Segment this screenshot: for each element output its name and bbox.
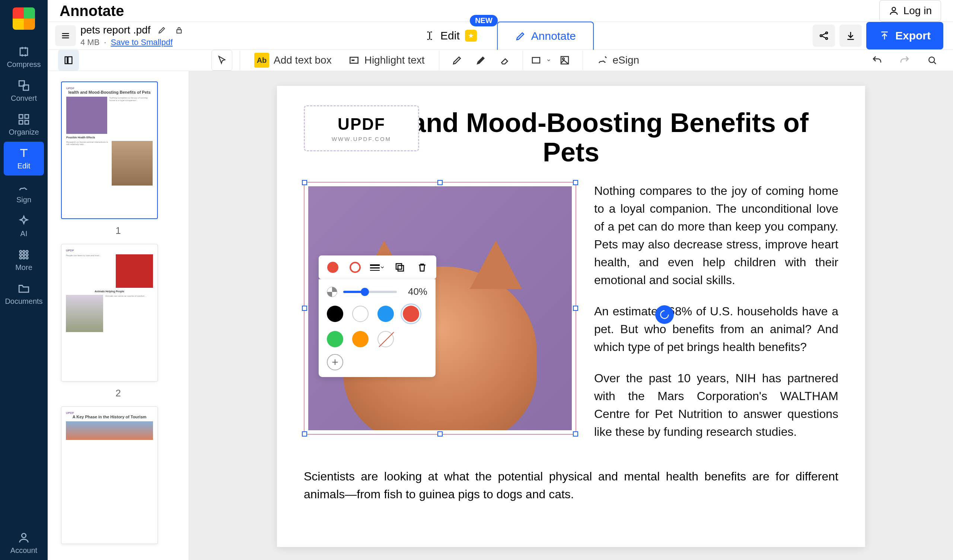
add-color-button[interactable]: + bbox=[327, 354, 343, 370]
thumbnail-page-1[interactable]: UPDF lealth and Mood-Boosting Benefits o… bbox=[61, 82, 158, 219]
svg-rect-18 bbox=[177, 30, 181, 33]
swatch-white[interactable] bbox=[352, 306, 369, 322]
svg-rect-0 bbox=[20, 48, 28, 56]
svg-point-9 bbox=[26, 251, 28, 253]
sparkle-icon bbox=[17, 215, 30, 227]
selected-image[interactable]: 40% + bbox=[304, 182, 576, 435]
mode-tabs: Edit ★ NEW Annotate bbox=[407, 22, 594, 50]
menu-button[interactable] bbox=[55, 25, 76, 46]
pencil-icon bbox=[157, 26, 166, 35]
pencil-icon bbox=[515, 31, 526, 42]
article-paragraph: Over the past 10 years, NIH has partnere… bbox=[594, 369, 838, 441]
esign-tool[interactable]: eSign bbox=[590, 50, 646, 71]
share-icon bbox=[818, 30, 829, 41]
thumbnails-panel: UPDF lealth and Mood-Boosting Benefits o… bbox=[48, 71, 189, 560]
lock-button[interactable] bbox=[174, 25, 185, 36]
svg-point-16 bbox=[22, 534, 26, 538]
resize-handle[interactable] bbox=[573, 306, 578, 311]
resize-handle[interactable] bbox=[573, 432, 578, 436]
nav-account[interactable]: Account bbox=[0, 526, 48, 560]
export-button[interactable]: Export bbox=[866, 22, 943, 50]
resize-handle[interactable] bbox=[438, 432, 442, 436]
thumb-label-2: 2 bbox=[61, 387, 175, 399]
nav-compress[interactable]: Compress bbox=[0, 40, 48, 74]
left-nav: Compress Convert Organize Edit Sign AI M… bbox=[0, 0, 48, 560]
swatch-blue[interactable] bbox=[377, 306, 394, 322]
resize-handle[interactable] bbox=[302, 180, 307, 185]
share-button[interactable] bbox=[813, 25, 835, 47]
swatch-black[interactable] bbox=[327, 306, 343, 322]
resize-handle[interactable] bbox=[302, 306, 307, 311]
image-tool[interactable] bbox=[554, 50, 575, 71]
swatch-orange[interactable] bbox=[352, 331, 369, 347]
svg-rect-5 bbox=[19, 121, 23, 124]
text-badge-icon: Ab bbox=[254, 53, 269, 68]
svg-point-12 bbox=[26, 254, 28, 256]
app-logo[interactable] bbox=[12, 8, 35, 30]
article-paragraph: Nothing compares to the joy of coming ho… bbox=[594, 182, 838, 289]
rename-button[interactable] bbox=[156, 25, 168, 36]
folder-icon bbox=[17, 282, 30, 295]
redo-button[interactable] bbox=[894, 50, 915, 71]
nav-sign[interactable]: Sign bbox=[0, 175, 48, 209]
border-weight-button[interactable] bbox=[370, 260, 385, 275]
upload-icon bbox=[879, 30, 890, 41]
thumbnails-toggle[interactable] bbox=[58, 50, 79, 71]
shape-tool[interactable] bbox=[531, 50, 551, 71]
swatch-green[interactable] bbox=[327, 331, 343, 347]
undo-icon bbox=[871, 55, 883, 66]
eraser-icon bbox=[499, 55, 511, 66]
nav-documents[interactable]: Documents bbox=[0, 277, 48, 311]
download-button[interactable] bbox=[840, 25, 862, 47]
fill-color-button[interactable] bbox=[325, 260, 340, 275]
stroke-color-button[interactable] bbox=[348, 260, 363, 275]
stroke-indicator-icon bbox=[349, 262, 361, 273]
pen-tool[interactable] bbox=[447, 50, 467, 71]
opacity-slider[interactable] bbox=[343, 291, 397, 293]
grid-icon bbox=[17, 248, 30, 261]
undo-button[interactable] bbox=[867, 50, 888, 71]
save-link[interactable]: Save to Smallpdf bbox=[110, 37, 172, 47]
svg-rect-4 bbox=[25, 114, 29, 118]
download-icon bbox=[845, 30, 856, 41]
delete-button[interactable] bbox=[415, 260, 430, 275]
svg-point-17 bbox=[892, 8, 895, 11]
nav-convert[interactable]: Convert bbox=[0, 74, 48, 108]
svg-rect-30 bbox=[398, 266, 404, 271]
duplicate-button[interactable] bbox=[393, 260, 407, 275]
search-icon bbox=[927, 55, 938, 66]
nav-more[interactable]: More bbox=[0, 243, 48, 277]
chevron-down-icon bbox=[380, 265, 385, 270]
swatch-red-selected[interactable] bbox=[403, 306, 419, 322]
search-button[interactable] bbox=[922, 50, 942, 71]
person-icon bbox=[17, 531, 30, 544]
tab-edit[interactable]: Edit ★ NEW bbox=[407, 22, 494, 50]
page-canvas[interactable]: UPDF WWW.UPDF.COM lealth and Mood-Boosti… bbox=[189, 71, 953, 560]
nav-ai[interactable]: AI bbox=[0, 209, 48, 243]
thumbnail-page-3[interactable]: UPDF A Key Phase in the History of Touri… bbox=[61, 407, 158, 544]
swatch-none[interactable] bbox=[377, 331, 394, 347]
resize-handle[interactable] bbox=[302, 432, 307, 436]
resize-handle[interactable] bbox=[573, 180, 578, 185]
nav-edit[interactable]: Edit bbox=[4, 142, 44, 175]
article-paragraph: Scientists are looking at what the poten… bbox=[304, 467, 838, 503]
annotate-toolbar: AbAdd text box Highlight text eSign bbox=[48, 50, 953, 71]
nav-organize[interactable]: Organize bbox=[0, 108, 48, 142]
highlight-text-tool[interactable]: Highlight text bbox=[341, 50, 431, 71]
highlight-icon bbox=[348, 54, 360, 66]
svg-point-14 bbox=[23, 257, 25, 259]
marker-tool[interactable] bbox=[470, 50, 491, 71]
person-icon bbox=[889, 6, 899, 16]
svg-point-10 bbox=[20, 254, 22, 256]
login-button[interactable]: Log in bbox=[879, 0, 941, 22]
tab-annotate[interactable]: Annotate bbox=[497, 22, 594, 50]
thumbnail-page-2[interactable]: UPDF People can learn to love and trust.… bbox=[61, 244, 158, 382]
opacity-icon bbox=[327, 287, 337, 297]
file-name: pets report .pdf bbox=[81, 24, 151, 36]
article-paragraph: An estimated 68% of U.S. households have… bbox=[594, 302, 838, 356]
border-weight-icon bbox=[370, 265, 380, 271]
resize-handle[interactable] bbox=[438, 180, 442, 185]
eraser-tool[interactable] bbox=[494, 50, 515, 71]
add-text-box-tool[interactable]: AbAdd text box bbox=[248, 50, 338, 71]
select-tool[interactable] bbox=[211, 50, 232, 71]
